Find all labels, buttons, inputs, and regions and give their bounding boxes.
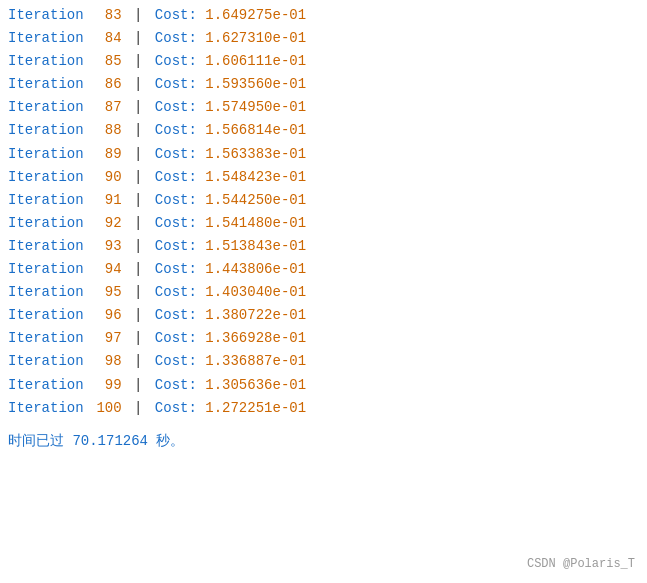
separator: | [126,304,151,327]
cost-value: 1.574950e-01 [205,96,306,119]
cost-value: 1.380722e-01 [205,304,306,327]
log-line: Iteration 92 | Cost: 1.541480e-01 [8,212,639,235]
separator: | [126,4,151,27]
iteration-number: 100 [84,397,122,420]
cost-value: 1.544250e-01 [205,189,306,212]
cost-label: Cost: [155,50,205,73]
log-line: Iteration 87 | Cost: 1.574950e-01 [8,96,639,119]
log-line: Iteration 97 | Cost: 1.366928e-01 [8,327,639,350]
footer-time: 时间已过 70.171264 秒。 [8,432,184,450]
iteration-keyword: Iteration [8,96,84,119]
cost-label: Cost: [155,374,205,397]
iteration-keyword: Iteration [8,327,84,350]
cost-label: Cost: [155,235,205,258]
separator: | [126,27,151,50]
cost-value: 1.649275e-01 [205,4,306,27]
cost-value: 1.548423e-01 [205,166,306,189]
log-line: Iteration 84 | Cost: 1.627310e-01 [8,27,639,50]
iteration-number: 93 [84,235,122,258]
cost-value: 1.403040e-01 [205,281,306,304]
iteration-number: 92 [84,212,122,235]
footer: 时间已过 70.171264 秒。 CSDN @Polaris_T [8,432,639,450]
iteration-keyword: Iteration [8,304,84,327]
iteration-number: 86 [84,73,122,96]
iteration-keyword: Iteration [8,212,84,235]
cost-value: 1.593560e-01 [205,73,306,96]
cost-label: Cost: [155,327,205,350]
separator: | [126,281,151,304]
log-line: Iteration 98 | Cost: 1.336887e-01 [8,350,639,373]
cost-label: Cost: [155,4,205,27]
log-line: Iteration 88 | Cost: 1.566814e-01 [8,119,639,142]
cost-label: Cost: [155,166,205,189]
cost-label: Cost: [155,397,205,420]
separator: | [126,212,151,235]
separator: | [126,258,151,281]
iteration-keyword: Iteration [8,397,84,420]
cost-value: 1.627310e-01 [205,27,306,50]
log-line: Iteration 85 | Cost: 1.606111e-01 [8,50,639,73]
log-line: Iteration 100 | Cost: 1.272251e-01 [8,397,639,420]
cost-label: Cost: [155,304,205,327]
cost-label: Cost: [155,96,205,119]
cost-value: 1.566814e-01 [205,119,306,142]
cost-label: Cost: [155,189,205,212]
log-line: Iteration 96 | Cost: 1.380722e-01 [8,304,639,327]
cost-label: Cost: [155,73,205,96]
cost-value: 1.336887e-01 [205,350,306,373]
cost-label: Cost: [155,143,205,166]
log-line: Iteration 90 | Cost: 1.548423e-01 [8,166,639,189]
iteration-number: 97 [84,327,122,350]
log-line: Iteration 83 | Cost: 1.649275e-01 [8,4,639,27]
log-line: Iteration 89 | Cost: 1.563383e-01 [8,143,639,166]
iteration-number: 84 [84,27,122,50]
iteration-keyword: Iteration [8,27,84,50]
iteration-keyword: Iteration [8,350,84,373]
separator: | [126,73,151,96]
separator: | [126,119,151,142]
iteration-keyword: Iteration [8,143,84,166]
iteration-number: 87 [84,96,122,119]
separator: | [126,374,151,397]
separator: | [126,96,151,119]
separator: | [126,235,151,258]
cost-value: 1.443806e-01 [205,258,306,281]
cost-value: 1.513843e-01 [205,235,306,258]
cost-label: Cost: [155,350,205,373]
iteration-keyword: Iteration [8,374,84,397]
iteration-number: 91 [84,189,122,212]
log-line: Iteration 95 | Cost: 1.403040e-01 [8,281,639,304]
iteration-number: 90 [84,166,122,189]
cost-label: Cost: [155,212,205,235]
iteration-keyword: Iteration [8,119,84,142]
cost-label: Cost: [155,281,205,304]
iteration-number: 99 [84,374,122,397]
iteration-keyword: Iteration [8,73,84,96]
cost-label: Cost: [155,27,205,50]
iteration-number: 89 [84,143,122,166]
log-line: Iteration 99 | Cost: 1.305636e-01 [8,374,639,397]
cost-value: 1.563383e-01 [205,143,306,166]
iteration-number: 98 [84,350,122,373]
log-line: Iteration 86 | Cost: 1.593560e-01 [8,73,639,96]
separator: | [126,397,151,420]
iteration-number: 95 [84,281,122,304]
iteration-keyword: Iteration [8,235,84,258]
cost-label: Cost: [155,119,205,142]
iteration-number: 83 [84,4,122,27]
log-line: Iteration 91 | Cost: 1.544250e-01 [8,189,639,212]
log-line: Iteration 94 | Cost: 1.443806e-01 [8,258,639,281]
separator: | [126,189,151,212]
iteration-keyword: Iteration [8,189,84,212]
iteration-keyword: Iteration [8,258,84,281]
log-line: Iteration 93 | Cost: 1.513843e-01 [8,235,639,258]
iteration-keyword: Iteration [8,50,84,73]
log-container: Iteration 83 | Cost: 1.649275e-01Iterati… [8,4,639,420]
iteration-number: 96 [84,304,122,327]
iteration-keyword: Iteration [8,281,84,304]
footer-brand: CSDN @Polaris_T [527,557,635,571]
separator: | [126,166,151,189]
separator: | [126,350,151,373]
cost-value: 1.305636e-01 [205,374,306,397]
iteration-number: 94 [84,258,122,281]
